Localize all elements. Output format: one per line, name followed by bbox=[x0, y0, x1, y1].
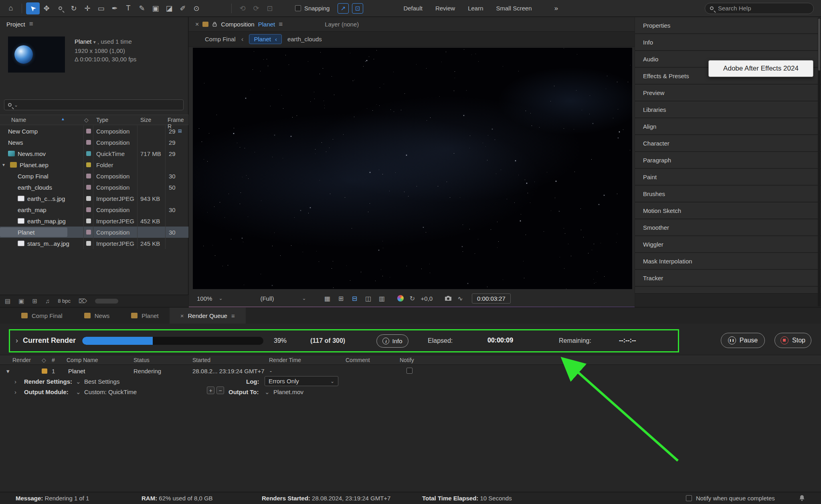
roto-brush-tool-icon[interactable]: ✐ bbox=[176, 2, 190, 14]
project-row[interactable]: News Composition 29 bbox=[0, 137, 188, 148]
panel-menu-icon[interactable]: ≡ bbox=[279, 20, 283, 28]
home-tool-icon[interactable]: ⌂ bbox=[4, 2, 18, 14]
camera-tool-icon[interactable]: ⟲ bbox=[236, 2, 249, 14]
mask-visibility-icon[interactable]: ⊟ bbox=[349, 295, 360, 302]
render-settings-value[interactable]: Best Settings bbox=[84, 378, 119, 385]
project-row-selected[interactable]: Planet Composition 30 bbox=[0, 227, 188, 238]
label-color[interactable] bbox=[86, 241, 91, 246]
new-folder-icon[interactable]: ▣ bbox=[18, 298, 24, 305]
remove-output-module-button[interactable]: − bbox=[216, 387, 224, 394]
panel-wiggler[interactable]: Wiggler bbox=[635, 236, 821, 253]
channel-wheel-icon[interactable] bbox=[397, 295, 404, 302]
label-column-icon[interactable]: ◇ bbox=[84, 117, 89, 123]
breadcrumb-planet[interactable]: Planet ‹ bbox=[249, 34, 282, 44]
snap-edges-toggle-icon[interactable]: ↗ bbox=[338, 3, 349, 14]
column-started[interactable]: Started bbox=[192, 357, 210, 363]
vertical-scrollbar[interactable] bbox=[818, 18, 821, 306]
panel-partial[interactable] bbox=[635, 287, 821, 294]
scroll-thumb[interactable] bbox=[818, 18, 820, 71]
queue-item-comp[interactable]: Planet bbox=[68, 368, 85, 374]
flowchart-icon[interactable]: ▤ bbox=[5, 298, 10, 305]
panel-paint[interactable]: Paint bbox=[635, 169, 821, 186]
workspace-small-screen[interactable]: Small Screen bbox=[496, 5, 532, 12]
audio-icon[interactable]: ♫ bbox=[45, 298, 50, 304]
fast-preview-icon[interactable]: ▦ bbox=[322, 295, 332, 302]
project-row[interactable]: earth_map Composition 30 bbox=[0, 204, 188, 215]
info-name[interactable]: Planet bbox=[75, 38, 92, 45]
hand-tool-icon[interactable]: ✥ bbox=[40, 2, 53, 14]
transparency-grid-icon[interactable]: ⊞ bbox=[336, 295, 346, 302]
label-color[interactable] bbox=[86, 140, 91, 145]
panel-tracker[interactable]: Tracker bbox=[635, 270, 821, 287]
puppet-pin-tool-icon[interactable]: ⊙ bbox=[190, 2, 203, 14]
column-render-time[interactable]: Render Time bbox=[269, 357, 301, 363]
column-type[interactable]: Type bbox=[96, 117, 108, 123]
panel-menu-icon[interactable]: ≡ bbox=[29, 20, 33, 28]
selection-tool-icon[interactable]: ➤ bbox=[26, 2, 40, 14]
expand-twisty-icon[interactable]: › bbox=[14, 378, 16, 385]
collapse-twisty-icon[interactable]: › bbox=[16, 336, 18, 345]
snapping-checkbox[interactable] bbox=[295, 5, 301, 11]
add-output-module-button[interactable]: + bbox=[207, 387, 214, 394]
chevron-down-icon[interactable]: ⌄ bbox=[76, 378, 81, 385]
workspace-overflow-icon[interactable]: » bbox=[554, 4, 558, 12]
chevron-down-icon[interactable]: ⌄ bbox=[76, 389, 81, 396]
stop-button[interactable]: Stop bbox=[774, 333, 811, 348]
panel-paragraph[interactable]: Paragraph bbox=[635, 152, 821, 169]
workspace-default[interactable]: Default bbox=[403, 5, 423, 12]
panel-properties[interactable]: Properties bbox=[635, 17, 821, 34]
label-color[interactable] bbox=[86, 129, 91, 134]
column-notify[interactable]: Notify bbox=[400, 357, 414, 363]
camera-pan-tool-icon[interactable]: ⟳ bbox=[249, 2, 263, 14]
project-row[interactable]: ▾Planet.aep Folder bbox=[0, 159, 188, 170]
column-comp-name[interactable]: Comp Name bbox=[67, 357, 98, 363]
panel-menu-icon[interactable]: ≡ bbox=[231, 312, 235, 319]
project-row[interactable]: New Comp Composition 29⊞ bbox=[0, 125, 188, 137]
workspace-review[interactable]: Review bbox=[435, 5, 455, 12]
panel-align[interactable]: Align bbox=[635, 118, 821, 135]
label-color[interactable] bbox=[86, 151, 91, 156]
label-color[interactable] bbox=[86, 219, 91, 223]
panel-mask-interpolation[interactable]: Mask Interpolation bbox=[635, 253, 821, 270]
tab-planet[interactable]: Planet bbox=[120, 308, 170, 324]
panel-motion-sketch[interactable]: Motion Sketch bbox=[635, 202, 821, 219]
scroll-thumb[interactable] bbox=[95, 299, 118, 304]
chevron-down-icon[interactable]: ⌄ bbox=[265, 389, 270, 396]
notify-queue-checkbox[interactable] bbox=[686, 495, 692, 501]
panel-preview[interactable]: Preview bbox=[635, 85, 821, 101]
label-color[interactable] bbox=[86, 196, 91, 201]
snap-features-toggle-icon[interactable]: ⊡ bbox=[352, 3, 363, 14]
expand-twisty-icon[interactable]: › bbox=[14, 389, 16, 395]
clone-stamp-tool-icon[interactable]: ▣ bbox=[149, 2, 162, 14]
project-search-input[interactable]: ⌄ bbox=[4, 99, 184, 110]
snapshot-camera-icon[interactable] bbox=[445, 296, 452, 301]
panel-info[interactable]: Info bbox=[635, 34, 821, 51]
project-row[interactable]: earth_clouds Composition 50 bbox=[0, 182, 188, 193]
info-button[interactable]: i Info bbox=[376, 334, 408, 348]
notify-checkbox[interactable] bbox=[406, 368, 413, 374]
column-status[interactable]: Status bbox=[133, 357, 150, 363]
trash-icon[interactable]: ⌦ bbox=[79, 298, 87, 305]
zoom-level-select[interactable]: 100%⌄ bbox=[194, 294, 226, 303]
column-render[interactable]: Render bbox=[12, 357, 31, 363]
chevron-down-icon[interactable]: ▾ bbox=[93, 39, 96, 45]
label-color[interactable] bbox=[86, 162, 91, 167]
column-size[interactable]: Size bbox=[140, 117, 151, 123]
tab-news[interactable]: News bbox=[73, 308, 121, 324]
composition-viewport[interactable] bbox=[193, 48, 632, 289]
label-color[interactable] bbox=[86, 185, 91, 190]
workspace-learn[interactable]: Learn bbox=[468, 5, 483, 12]
project-row[interactable]: stars_m...ay.jpg ImporterJPEG 245 KB bbox=[0, 238, 188, 249]
close-icon[interactable]: × bbox=[180, 312, 184, 319]
brush-tool-icon[interactable]: ✎ bbox=[135, 2, 149, 14]
output-module-value[interactable]: Custom: QuickTime bbox=[84, 389, 137, 395]
tab-layer[interactable]: Layer (none) bbox=[325, 21, 359, 28]
column-comment[interactable]: Comment bbox=[346, 357, 370, 363]
pan-behind-tool-icon[interactable]: ✛ bbox=[81, 2, 94, 14]
project-row[interactable]: earth_map.jpg ImporterJPEG 452 KB bbox=[0, 215, 188, 227]
label-color[interactable] bbox=[86, 174, 91, 178]
expand-twisty-icon[interactable]: ▾ bbox=[2, 162, 7, 168]
camera-dolly-tool-icon[interactable]: ⊡ bbox=[263, 2, 277, 14]
panel-libraries[interactable]: Libraries bbox=[635, 101, 821, 118]
zoom-tool-icon[interactable] bbox=[53, 2, 67, 14]
